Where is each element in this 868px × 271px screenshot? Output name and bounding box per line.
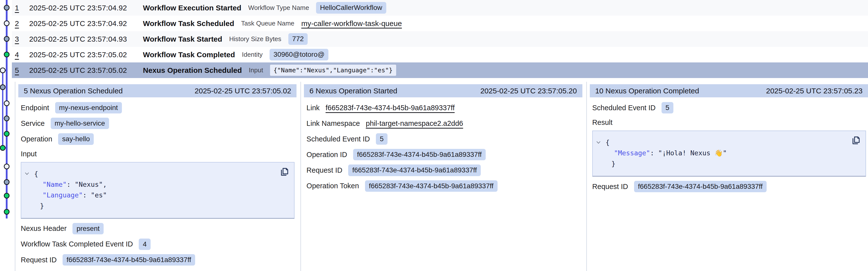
- event-id-link[interactable]: 2: [15, 19, 22, 28]
- event-attr-badge: HelloCallerWorkflow: [316, 2, 386, 13]
- event-timestamp: 2025-02-25 UTC 23:57:04.92: [29, 4, 136, 12]
- json-text: "¡Hola! Nexus 👋": [658, 147, 727, 158]
- timeline-dot-11-white[interactable]: [4, 164, 9, 169]
- timeline-dot-12-gray[interactable]: [4, 180, 9, 185]
- chevron-down-icon[interactable]: [596, 141, 606, 144]
- event-timestamp: 2025-02-25 UTC 23:57:04.93: [29, 35, 136, 43]
- event-attr-label: Workflow Type Name: [248, 4, 309, 11]
- event-attr-link[interactable]: my-caller-workflow-task-queue: [301, 19, 402, 28]
- field-endpoint-id: Endpoint ID3c0c75ccfa8144b092c13ce632463…: [21, 270, 294, 271]
- timeline-dot-3-gray[interactable]: [4, 36, 9, 42]
- event-row-5[interactable]: 52025-02-25 UTC 23:57:05.02Nexus Operati…: [12, 62, 868, 78]
- field-label: Link Namespace: [306, 119, 360, 128]
- field-label: Nexus Header: [21, 224, 66, 233]
- field-value-badge: 5: [661, 102, 673, 113]
- field-value-link[interactable]: phil-target-namespace2.a2dd6: [366, 119, 463, 128]
- event-id-link[interactable]: 1: [15, 4, 22, 12]
- panel-timestamp: 2025-02-25 UTC 23:57:05.02: [195, 87, 291, 95]
- copy-button[interactable]: [280, 166, 290, 178]
- event-name: Workflow Task Started: [143, 35, 222, 43]
- field-label: Scheduled Event ID: [306, 135, 370, 143]
- event-name: Workflow Task Completed: [143, 51, 235, 59]
- json-line: {: [25, 168, 277, 179]
- event-id-link[interactable]: 4: [15, 51, 22, 59]
- field-label: Scheduled Event ID: [592, 104, 656, 112]
- panel-title: 10 Nexus Operation Completed: [595, 87, 699, 95]
- timeline-dot-9-green[interactable]: [4, 131, 9, 136]
- field-value-badge: f665283f-743e-4374-b45b-9a61a89337ff: [365, 180, 498, 192]
- copy-button[interactable]: [851, 135, 862, 146]
- timeline-dot-4-green[interactable]: [4, 52, 9, 57]
- field-value-badge: present: [72, 223, 103, 234]
- event-row-3[interactable]: 32025-02-25 UTC 23:57:04.93Workflow Task…: [12, 31, 868, 47]
- json-line: "Name": "Nexus",: [25, 179, 277, 190]
- panel-timestamp: 2025-02-25 UTC 23:57:05.20: [480, 87, 577, 95]
- field-value-badge: 4: [139, 239, 151, 250]
- field-service: Servicemy-hello-service: [21, 118, 294, 129]
- json-line: "Message": "¡Hola! Nexus 👋": [596, 147, 848, 158]
- json-viewer: {"Message": "¡Hola! Nexus 👋"}: [592, 131, 866, 177]
- event-timestamp: 2025-02-25 UTC 23:57:04.92: [29, 19, 136, 28]
- event-row-4[interactable]: 42025-02-25 UTC 23:57:05.02Workflow Task…: [12, 47, 868, 62]
- field-operation-id: Operation IDf665283f-743e-4374-b45b-9a61…: [306, 149, 580, 160]
- event-id-link[interactable]: 3: [15, 35, 22, 43]
- timeline-dot-1-gray[interactable]: [4, 5, 9, 10]
- timeline-dot-8-gray[interactable]: [4, 116, 9, 121]
- event-history-rows: 12025-02-25 UTC 23:57:04.92Workflow Exec…: [12, 0, 868, 78]
- timeline-dot-6-gray[interactable]: [0, 85, 5, 90]
- panel-title: 5 Nexus Operation Scheduled: [24, 87, 123, 95]
- timeline-dot-10-green[interactable]: [0, 145, 5, 151]
- json-text: {: [606, 137, 610, 147]
- timeline-dot-13-green[interactable]: [4, 193, 9, 198]
- event-name: Workflow Execution Started: [143, 4, 241, 12]
- event-attr-label: History Size Bytes: [229, 35, 281, 43]
- field-label: Service: [21, 119, 45, 128]
- timeline-dot-2-white[interactable]: [4, 21, 9, 26]
- timeline-dot-7-white[interactable]: [4, 101, 9, 106]
- field-scheduled-event-id: Scheduled Event ID5: [306, 133, 580, 145]
- json-viewer: {"Name": "Nexus","Language": "es"}: [21, 162, 294, 219]
- panel-header: 10 Nexus Operation Completed2025-02-25 U…: [590, 84, 868, 97]
- field-value-link[interactable]: f665283f-743e-4374-b45b-9a61a89337ff: [326, 104, 455, 112]
- field-label: Operation: [21, 135, 52, 143]
- json-text: "Nexus",: [75, 179, 107, 190]
- json-line: }: [596, 158, 848, 169]
- panel-body: Scheduled Event ID5Result{"Message": "¡H…: [590, 97, 868, 192]
- field-label: Operation ID: [306, 151, 347, 159]
- field-label: Input: [21, 150, 37, 158]
- json-text: "es": [91, 190, 107, 200]
- chevron-down-icon[interactable]: [25, 172, 34, 175]
- field-label: Result: [592, 118, 613, 127]
- event-timestamp: 2025-02-25 UTC 23:57:05.02: [29, 66, 136, 75]
- panel-header: 6 Nexus Operation Started2025-02-25 UTC …: [304, 84, 582, 97]
- field-request-id: Request IDf665283f-743e-4374-b45b-9a61a8…: [21, 254, 294, 266]
- event-row-1[interactable]: 12025-02-25 UTC 23:57:04.92Workflow Exec…: [12, 0, 868, 16]
- event-row-2[interactable]: 22025-02-25 UTC 23:57:04.92Workflow Task…: [12, 16, 868, 31]
- event-detail-panels: 5 Nexus Operation Scheduled2025-02-25 UT…: [15, 82, 868, 271]
- field-endpoint: Endpointmy-nexus-endpoint: [21, 102, 294, 113]
- panel-event-10-nexus-operation-completed: 10 Nexus Operation Completed2025-02-25 U…: [586, 82, 868, 271]
- panel-header: 5 Nexus Operation Scheduled2025-02-25 UT…: [18, 84, 297, 97]
- field-label: Request ID: [592, 183, 628, 191]
- panel-event-5-nexus-operation-scheduled: 5 Nexus Operation Scheduled2025-02-25 UT…: [15, 82, 301, 271]
- event-name: Nexus Operation Scheduled: [143, 66, 242, 75]
- json-key: "Message": [614, 147, 650, 158]
- field-value-badge: say-hello: [58, 133, 94, 145]
- json-line: "Language": "es": [25, 190, 277, 200]
- timeline-dot-14-green[interactable]: [4, 209, 9, 214]
- timeline-dot-5-white[interactable]: [0, 68, 5, 73]
- field-link: Linkf665283f-743e-4374-b45b-9a61a89337ff: [306, 102, 580, 113]
- field-workflow-task-completed-event-id: Workflow Task Completed Event ID4: [21, 239, 294, 250]
- event-name: Workflow Task Scheduled: [143, 19, 234, 28]
- event-id-link[interactable]: 5: [15, 66, 22, 75]
- json-key: "Name": [42, 179, 67, 190]
- json-text: :: [67, 179, 75, 190]
- field-link-namespace: Link Namespacephil-target-namespace2.a2d…: [306, 118, 580, 129]
- json-text: }: [611, 158, 615, 169]
- json-text: :: [650, 147, 658, 158]
- field-result: Result{"Message": "¡Hola! Nexus 👋"}: [592, 118, 866, 177]
- json-key: "Language": [42, 190, 83, 200]
- field-label: Request ID: [306, 166, 342, 174]
- json-text: :: [83, 190, 91, 200]
- panel-title: 6 Nexus Operation Started: [309, 87, 397, 95]
